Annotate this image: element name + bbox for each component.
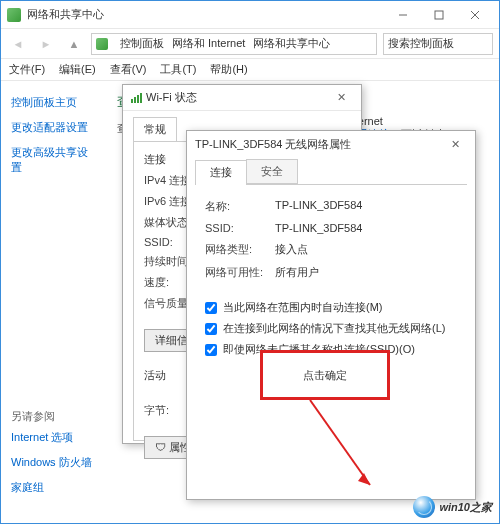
sidebar-related: 另请参阅 Internet 选项 Windows 防火墙 家庭组 (11, 409, 92, 505)
prop-name: TP-LINK_3DF584 (275, 199, 362, 214)
forward-button[interactable]: ► (35, 33, 57, 55)
prop-ssid: TP-LINK_3DF584 (275, 222, 362, 234)
check-auto-connect[interactable]: 当此网络在范围内时自动连接(M) (205, 300, 457, 315)
signal-icon (131, 93, 142, 103)
wifi-status-tab-general[interactable]: 常规 (133, 117, 177, 141)
menu-file[interactable]: 文件(F) (9, 62, 45, 77)
window-title: 网络和共享中心 (27, 7, 104, 22)
tab-security[interactable]: 安全 (246, 159, 298, 184)
related-homegroup[interactable]: 家庭组 (11, 480, 92, 495)
maximize-button[interactable] (421, 3, 457, 27)
related-firewall[interactable]: Windows 防火墙 (11, 455, 92, 470)
watermark-icon (413, 496, 435, 518)
menu-bar: 文件(F) 编辑(E) 查看(V) 工具(T) 帮助(H) (1, 59, 499, 81)
prop-type: 接入点 (275, 242, 308, 257)
menu-view[interactable]: 查看(V) (110, 62, 147, 77)
wlan-props-titlebar: TP-LINK_3DF584 无线网络属性 ✕ (187, 131, 475, 157)
tab-connection[interactable]: 连接 (195, 160, 247, 185)
sidebar: 控制面板主页 更改适配器设置 更改高级共享设置 另请参阅 Internet 选项… (1, 81, 101, 521)
back-button[interactable]: ◄ (7, 33, 29, 55)
title-bar: 网络和共享中心 (1, 1, 499, 29)
menu-tools[interactable]: 工具(T) (160, 62, 196, 77)
check-find-other[interactable]: 在连接到此网络的情况下查找其他无线网络(L) (205, 321, 457, 336)
sidebar-advanced-sharing[interactable]: 更改高级共享设置 (11, 145, 91, 175)
app-icon (7, 8, 21, 22)
wlan-props-body: 名称:TP-LINK_3DF584 SSID:TP-LINK_3DF584 网络… (187, 185, 475, 377)
wlan-properties-dialog: TP-LINK_3DF584 无线网络属性 ✕ 连接 安全 名称:TP-LINK… (186, 130, 476, 500)
wlan-props-close-button[interactable]: ✕ (443, 138, 467, 151)
svg-rect-0 (435, 11, 443, 19)
address-bar: ◄ ► ▲ 控制面板 网络和 Internet 网络和共享中心 搜索控制面板 (1, 29, 499, 59)
sidebar-home[interactable]: 控制面板主页 (11, 95, 91, 110)
prop-availability: 所有用户 (275, 265, 319, 280)
breadcrumb-icon (96, 38, 108, 50)
menu-edit[interactable]: 编辑(E) (59, 62, 96, 77)
crumb-network-sharing[interactable]: 网络和共享中心 (251, 36, 332, 51)
up-button[interactable]: ▲ (63, 33, 85, 55)
close-button[interactable] (457, 3, 493, 27)
breadcrumb[interactable]: 控制面板 网络和 Internet 网络和共享中心 (91, 33, 377, 55)
annotation-callout: 点击确定 (260, 350, 390, 400)
related-internet-options[interactable]: Internet 选项 (11, 430, 92, 445)
menu-help[interactable]: 帮助(H) (210, 62, 247, 77)
sidebar-adapter-settings[interactable]: 更改适配器设置 (11, 120, 91, 135)
wifi-status-titlebar: Wi-Fi 状态 ✕ (123, 85, 361, 111)
crumb-control-panel[interactable]: 控制面板 (118, 36, 166, 51)
crumb-network-internet[interactable]: 网络和 Internet (170, 36, 247, 51)
search-input[interactable]: 搜索控制面板 (383, 33, 493, 55)
watermark: win10之家 (413, 496, 492, 518)
wifi-status-close-button[interactable]: ✕ (329, 91, 353, 104)
minimize-button[interactable] (385, 3, 421, 27)
